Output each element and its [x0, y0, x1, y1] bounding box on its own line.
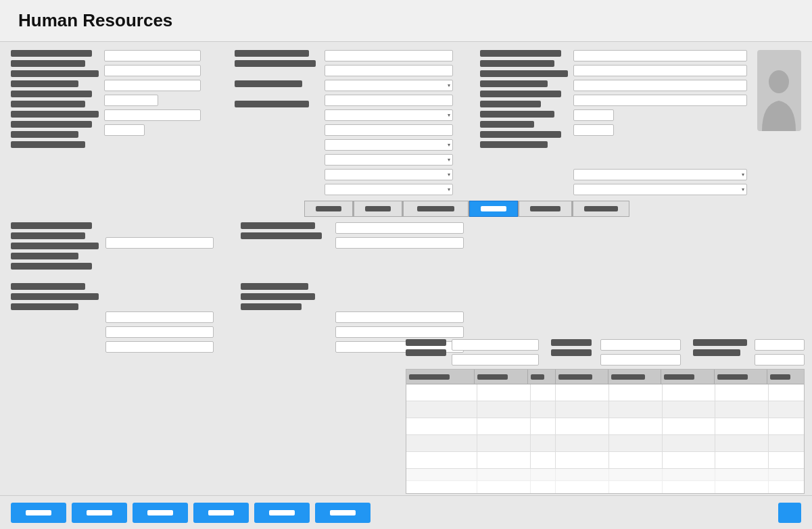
form-input[interactable]	[104, 50, 201, 61]
field-label	[235, 80, 302, 87]
table-header-cell-5	[608, 370, 661, 384]
form-input[interactable]	[755, 339, 805, 351]
form-input[interactable]	[104, 65, 201, 76]
tab-6[interactable]	[573, 201, 629, 217]
form-select[interactable]: ▾	[573, 184, 747, 195]
action-btn-5[interactable]	[254, 503, 310, 523]
form-input[interactable]	[325, 95, 453, 106]
form-input[interactable]	[335, 237, 464, 249]
th-label	[409, 374, 450, 380]
form-input[interactable]	[335, 311, 464, 323]
table-row[interactable]	[406, 384, 804, 401]
table-cell	[663, 418, 716, 434]
table-header-cell-1	[406, 370, 475, 384]
tab-5[interactable]	[519, 201, 572, 217]
table-cell	[556, 401, 609, 418]
action-btn-3[interactable]	[133, 503, 188, 523]
field-label	[11, 131, 78, 138]
table-row[interactable]	[406, 435, 804, 452]
tab-3[interactable]	[403, 201, 469, 217]
form-input[interactable]	[325, 65, 453, 76]
data-table	[406, 369, 805, 494]
form-input[interactable]	[104, 80, 201, 91]
tab-5-label	[530, 206, 560, 211]
form-input[interactable]	[105, 311, 214, 323]
form-select[interactable]: ▾	[325, 184, 453, 195]
btn-label	[147, 510, 173, 515]
form-select[interactable]: ▾	[325, 169, 453, 180]
rl-labels-1	[406, 339, 446, 366]
table-cell	[609, 435, 663, 451]
table-row[interactable]	[406, 401, 804, 418]
lower-inputs-col1	[105, 222, 220, 353]
lower-section	[11, 222, 801, 353]
form-input[interactable]	[105, 237, 214, 249]
field-label	[11, 243, 99, 249]
table-header-cell-4	[556, 370, 608, 384]
header: Human Resources	[0, 0, 812, 42]
form-select[interactable]: ▾	[325, 139, 453, 151]
form-input[interactable]	[105, 341, 214, 353]
table-cell	[477, 418, 531, 434]
form-input[interactable]	[325, 50, 453, 61]
field-label	[11, 232, 85, 239]
form-input[interactable]	[104, 109, 201, 121]
table-header-cell-8	[767, 370, 804, 384]
form-input[interactable]	[452, 354, 539, 366]
form-select[interactable]: ▾	[325, 80, 453, 91]
tab-bar	[133, 201, 801, 217]
table-cell	[477, 384, 531, 401]
table-cell	[715, 435, 769, 451]
table-cell	[477, 452, 531, 468]
field-label	[480, 121, 534, 128]
tab-2[interactable]	[354, 201, 402, 217]
form-input[interactable]	[573, 124, 614, 136]
form-input[interactable]	[600, 354, 682, 366]
svg-point-0	[769, 70, 789, 93]
lower-labels-col1	[11, 222, 105, 353]
action-btn-6[interactable]	[315, 503, 371, 523]
form-input[interactable]	[573, 65, 747, 76]
form-input[interactable]	[600, 339, 682, 351]
nav-btn-right[interactable]	[778, 503, 801, 523]
table-row[interactable]	[406, 418, 804, 435]
th-label	[611, 374, 645, 380]
action-btn-1[interactable]	[11, 503, 66, 523]
th-label	[477, 374, 508, 380]
table-row[interactable]	[406, 452, 804, 469]
form-input[interactable]	[452, 339, 539, 351]
form-input[interactable]	[573, 109, 614, 121]
form-input[interactable]	[335, 222, 464, 234]
table-cell	[663, 452, 716, 468]
form-input[interactable]	[573, 95, 747, 106]
form-input[interactable]	[104, 124, 145, 136]
field-label	[11, 263, 92, 270]
table-row-empty	[406, 469, 804, 481]
tab-1[interactable]	[304, 201, 353, 217]
field-label	[11, 303, 78, 310]
form-input[interactable]	[105, 326, 214, 338]
table-cell	[715, 452, 769, 468]
form-input[interactable]	[335, 326, 464, 338]
table-cell	[769, 435, 804, 451]
tab-1-label	[316, 206, 341, 211]
table-cell	[531, 452, 556, 468]
form-input[interactable]	[325, 124, 453, 136]
form-input[interactable]	[573, 80, 747, 91]
field-label	[480, 91, 561, 97]
form-select[interactable]: ▾	[325, 109, 453, 121]
field-label	[551, 339, 592, 346]
action-btn-2[interactable]	[72, 503, 127, 523]
form-select[interactable]: ▾	[573, 169, 747, 180]
table-cell	[769, 401, 804, 418]
form-input[interactable]	[573, 50, 747, 61]
form-input[interactable]	[755, 354, 805, 366]
main-content: ▾ ▾ ▾ ▾ ▾ ▾	[0, 42, 812, 361]
form-input[interactable]	[104, 95, 158, 106]
table-cell	[663, 384, 716, 401]
table-header-cell-3	[528, 370, 556, 384]
action-btn-4[interactable]	[193, 503, 249, 523]
bottom-bar	[0, 495, 812, 529]
tab-4-active[interactable]	[469, 201, 518, 217]
form-select[interactable]: ▾	[325, 154, 453, 166]
